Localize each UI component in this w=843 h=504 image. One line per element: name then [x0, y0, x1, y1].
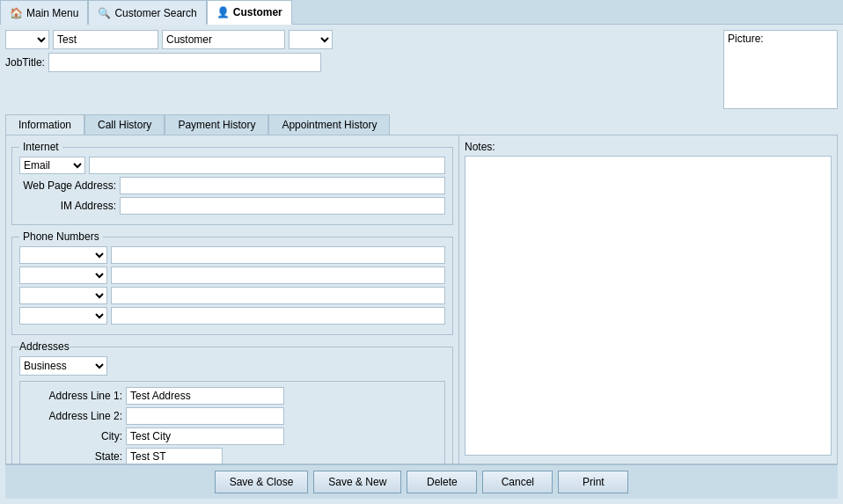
address-form: Address Line 1: Address Line 2: City: St…: [19, 381, 445, 464]
im-label: IM Address:: [19, 200, 116, 212]
im-input[interactable]: [120, 197, 445, 215]
address-line2-input[interactable]: [126, 407, 284, 425]
picture-area: [724, 47, 837, 108]
jobtitle-label: JobTitle:: [5, 56, 45, 69]
phone-number-1[interactable]: [111, 246, 445, 264]
left-panel: Internet Email Work Email Home Email Web…: [6, 135, 458, 464]
tab-information-label: Information: [18, 119, 71, 131]
tab-appointment-history[interactable]: Appointment History: [268, 114, 390, 135]
phone-number-4[interactable]: [111, 307, 445, 325]
jobtitle-row: JobTitle:: [5, 53, 718, 72]
phone-type-4[interactable]: HomeWorkMobileFax: [19, 307, 107, 325]
notes-label: Notes:: [465, 141, 832, 153]
save-new-button[interactable]: Save & New: [313, 471, 401, 493]
address-line1-label: Address Line 1:: [26, 390, 122, 402]
tab-payment-history[interactable]: Payment History: [165, 114, 268, 135]
phone-row-2: HomeWorkMobileFax: [19, 267, 445, 284]
state-label: State:: [26, 450, 122, 463]
save-close-button[interactable]: Save & Close: [215, 471, 309, 493]
webpage-label: Web Page Address:: [19, 179, 116, 192]
city-input[interactable]: [126, 427, 284, 445]
right-panel: Notes:: [458, 135, 837, 464]
phone-type-1[interactable]: HomeWorkMobileFax: [19, 246, 107, 264]
tab-information[interactable]: Information: [5, 114, 84, 135]
address-line1-input[interactable]: [126, 387, 284, 405]
name-prefix-select[interactable]: Mr. Mrs. Ms. Dr.: [5, 30, 49, 49]
email-row: Email Work Email Home Email: [19, 157, 445, 174]
phone-type-2[interactable]: HomeWorkMobileFax: [19, 267, 107, 284]
tab-payment-history-label: Payment History: [178, 119, 255, 131]
state-input[interactable]: [126, 448, 223, 464]
tab-appointment-history-label: Appointment History: [282, 119, 377, 131]
webpage-row: Web Page Address:: [19, 177, 445, 194]
bottom-toolbar: Save & Close Save & New Delete Cancel Pr…: [5, 464, 838, 499]
phone-type-3[interactable]: HomeWorkMobileFax: [19, 287, 107, 304]
phone-numbers-group: Phone Numbers HomeWorkMobileFax HomeWork…: [11, 230, 453, 335]
addresses-legend: Addresses: [19, 340, 70, 353]
tab-call-history[interactable]: Call History: [84, 114, 165, 135]
notes-textarea[interactable]: [465, 156, 832, 456]
content-panel: Internet Email Work Email Home Email Web…: [5, 135, 838, 464]
address-line1-row: Address Line 1:: [26, 387, 439, 405]
name-row: Mr. Mrs. Ms. Dr. Jr. Sr. II III: [5, 30, 718, 49]
tab-customer[interactable]: 👤 Customer: [207, 0, 292, 25]
tab-main-menu-label: Main Menu: [26, 7, 78, 19]
phone-row-3: HomeWorkMobileFax: [19, 287, 445, 304]
city-row: City:: [26, 427, 439, 445]
tab-customer-label: Customer: [233, 6, 282, 18]
tab-customer-search-label: Customer Search: [114, 7, 196, 19]
address-line2-row: Address Line 2:: [26, 407, 439, 425]
email-type-select[interactable]: Email Work Email Home Email: [19, 157, 85, 174]
state-row: State:: [26, 448, 439, 464]
customer-search-icon: 🔍: [98, 7, 111, 19]
address-line2-label: Address Line 2:: [26, 410, 122, 422]
first-name-input[interactable]: [53, 30, 158, 49]
phone-number-3[interactable]: [111, 287, 445, 304]
phone-row-4: HomeWorkMobileFax: [19, 307, 445, 325]
city-label: City:: [26, 430, 122, 442]
tab-main-menu[interactable]: 🏠 Main Menu: [0, 0, 88, 25]
phone-numbers-legend: Phone Numbers: [19, 230, 103, 243]
email-input[interactable]: [89, 157, 445, 174]
main-content: Mr. Mrs. Ms. Dr. Jr. Sr. II III JobTitle…: [0, 25, 843, 504]
address-type-select[interactable]: Business Home Other: [19, 356, 107, 376]
jobtitle-input[interactable]: [48, 53, 321, 72]
title-bar: 🏠 Main Menu 🔍 Customer Search 👤 Customer: [0, 0, 843, 25]
delete-button[interactable]: Delete: [407, 471, 477, 493]
webpage-input[interactable]: [120, 177, 445, 194]
tab-call-history-label: Call History: [98, 119, 151, 131]
im-row: IM Address:: [19, 197, 445, 215]
picture-label: Picture:: [724, 31, 767, 47]
main-menu-icon: 🏠: [10, 7, 23, 19]
top-form: Mr. Mrs. Ms. Dr. Jr. Sr. II III JobTitle…: [5, 30, 838, 109]
section-tabs: Information Call History Payment History…: [5, 114, 838, 135]
addresses-group: Addresses Business Home Other Address Li…: [11, 340, 453, 464]
name-suffix-select[interactable]: Jr. Sr. II III: [289, 30, 333, 49]
cancel-button[interactable]: Cancel: [482, 471, 553, 493]
print-button[interactable]: Print: [558, 471, 628, 493]
phone-row-1: HomeWorkMobileFax: [19, 246, 445, 264]
internet-group: Internet Email Work Email Home Email Web…: [11, 141, 453, 225]
last-name-input[interactable]: [162, 30, 285, 49]
address-type-row: Business Home Other: [19, 356, 445, 376]
phone-number-2[interactable]: [111, 267, 445, 284]
tab-customer-search[interactable]: 🔍 Customer Search: [88, 0, 206, 25]
picture-box: Picture:: [723, 30, 838, 109]
top-form-left: Mr. Mrs. Ms. Dr. Jr. Sr. II III JobTitle…: [5, 30, 718, 72]
internet-legend: Internet: [19, 141, 62, 153]
customer-tab-icon: 👤: [216, 6, 230, 18]
